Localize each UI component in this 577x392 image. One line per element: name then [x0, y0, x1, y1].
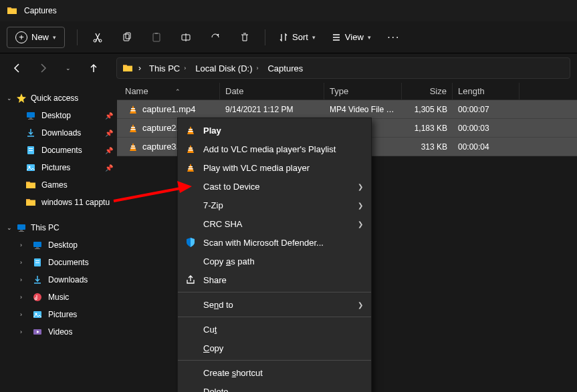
- sidebar-item[interactable]: Documents📌: [1, 142, 116, 159]
- view-button[interactable]: View ▾: [325, 25, 378, 49]
- sidebar-item[interactable]: windows 11 capptu: [1, 194, 116, 211]
- col-name[interactable]: Name⌃: [120, 83, 220, 100]
- paste-button[interactable]: [143, 25, 170, 49]
- this-pc-group[interactable]: ⌄ This PC: [1, 219, 116, 236]
- col-date[interactable]: Date: [220, 83, 324, 100]
- forward-button[interactable]: [32, 57, 53, 79]
- sidebar-item[interactable]: Downloads📌: [1, 124, 116, 142]
- ctx-defender[interactable]: Scan with Microsoft Defender...: [178, 233, 371, 252]
- window-titlebar: Captures: [0, 0, 577, 21]
- sidebar-item[interactable]: ›Desktop: [1, 236, 116, 254]
- window-title: Captures: [24, 6, 57, 15]
- ctx-shortcut[interactable]: Create shortcut: [178, 363, 371, 382]
- col-length[interactable]: Length: [453, 83, 520, 100]
- vlc-icon: [128, 142, 138, 152]
- sort-button[interactable]: Sort ▾: [272, 25, 322, 49]
- up-button[interactable]: [83, 57, 104, 79]
- rename-button[interactable]: [172, 25, 199, 49]
- sidebar-item[interactable]: Games: [1, 176, 116, 194]
- file-row[interactable]: capture1.mp4 9/14/2021 1:12 PM MP4 Video…: [117, 100, 577, 119]
- sidebar-item[interactable]: ›Downloads: [1, 271, 116, 288]
- new-button[interactable]: + New ▾: [7, 27, 65, 48]
- svg-rect-13: [29, 148, 33, 149]
- column-headers: Name⌃ Date Type Size Length: [117, 83, 577, 100]
- nav-bar: ⌄ › This PC› Local Disk (D:)› Captures: [0, 53, 577, 83]
- sidebar-item[interactable]: ›Pictures: [1, 306, 116, 323]
- sidebar-item[interactable]: ›Documents: [1, 254, 116, 271]
- chevron-right-icon: ❯: [358, 202, 363, 209]
- ctx-share[interactable]: Share: [178, 270, 371, 289]
- pin-icon: 📌: [105, 112, 113, 120]
- delete-button[interactable]: [231, 25, 258, 49]
- ctx-delete[interactable]: Delete: [178, 382, 371, 392]
- folder-icon: [7, 5, 17, 16]
- shield-icon: [185, 237, 196, 248]
- star-icon: [16, 93, 27, 104]
- navigation-pane: ⌄ Quick access Desktop📌Downloads📌Documen…: [0, 83, 117, 392]
- sidebar-item[interactable]: Pictures📌: [1, 159, 116, 176]
- breadcrumb-captures[interactable]: Captures: [265, 63, 306, 73]
- vlc-icon: [128, 104, 138, 115]
- cut-button[interactable]: [84, 25, 111, 49]
- sidebar-item[interactable]: ›Music: [1, 288, 116, 306]
- svg-rect-10: [155, 33, 158, 34]
- view-label: View: [345, 32, 364, 42]
- sort-label: Sort: [292, 32, 308, 42]
- svg-rect-14: [29, 150, 33, 151]
- folder-icon: [122, 63, 133, 73]
- recent-button[interactable]: ⌄: [57, 57, 79, 79]
- vlc-icon: [185, 125, 196, 136]
- chevron-right-icon: ❯: [358, 301, 363, 309]
- sidebar-item[interactable]: ›Videos: [1, 323, 116, 341]
- svg-rect-19: [35, 262, 39, 263]
- pin-icon: 📌: [105, 164, 113, 172]
- sidebar-item[interactable]: Desktop📌: [1, 107, 116, 124]
- svg-rect-21: [33, 311, 41, 318]
- chevron-right-icon: ❯: [358, 220, 363, 228]
- breadcrumb-local-disk[interactable]: Local Disk (D:)›: [193, 63, 262, 73]
- back-button[interactable]: [7, 57, 28, 79]
- ctx-7zip[interactable]: 7-Zip❯: [178, 196, 371, 214]
- more-button[interactable]: ···: [380, 25, 407, 49]
- address-bar[interactable]: › This PC› Local Disk (D:)› Captures: [116, 57, 570, 79]
- svg-rect-9: [153, 33, 160, 41]
- breadcrumb-this-pc[interactable]: This PC›: [146, 63, 190, 73]
- svg-rect-8: [126, 33, 130, 39]
- svg-rect-18: [35, 260, 39, 261]
- ctx-sendto[interactable]: Send to❯: [178, 295, 371, 314]
- col-type[interactable]: Type: [324, 83, 402, 100]
- chevron-right-icon: ❯: [358, 183, 363, 190]
- command-bar: + New ▾ Sort ▾ View ▾ ···: [0, 21, 577, 53]
- vlc-icon: [128, 123, 138, 134]
- ctx-copy-path[interactable]: Copy as path: [178, 252, 371, 270]
- share-button[interactable]: [202, 25, 229, 49]
- col-size[interactable]: Size: [402, 83, 453, 100]
- copy-button[interactable]: [114, 25, 140, 49]
- vlc-icon: [185, 162, 196, 173]
- pin-icon: 📌: [105, 130, 113, 137]
- ctx-add-playlist[interactable]: Add to VLC media player's Playlist: [178, 140, 371, 158]
- pc-icon: [16, 222, 27, 233]
- svg-rect-15: [27, 164, 35, 171]
- ctx-play[interactable]: Play: [178, 121, 371, 140]
- ctx-crcsha[interactable]: CRC SHA❯: [178, 214, 371, 233]
- ctx-play-vlc[interactable]: Play with VLC media player: [178, 158, 371, 177]
- context-menu: Play Add to VLC media player's Playlist …: [177, 118, 372, 392]
- quick-access-group[interactable]: ⌄ Quick access: [1, 89, 116, 107]
- pin-icon: 📌: [105, 147, 113, 154]
- ctx-copy[interactable]: Copy: [178, 339, 371, 357]
- share-icon: [185, 274, 196, 285]
- svg-rect-7: [124, 34, 129, 41]
- ctx-cut[interactable]: Cut: [178, 320, 371, 339]
- new-label: New: [31, 32, 49, 42]
- ctx-cast[interactable]: Cast to Device❯: [178, 177, 371, 196]
- vlc-icon: [185, 144, 196, 154]
- svg-point-20: [33, 293, 41, 301]
